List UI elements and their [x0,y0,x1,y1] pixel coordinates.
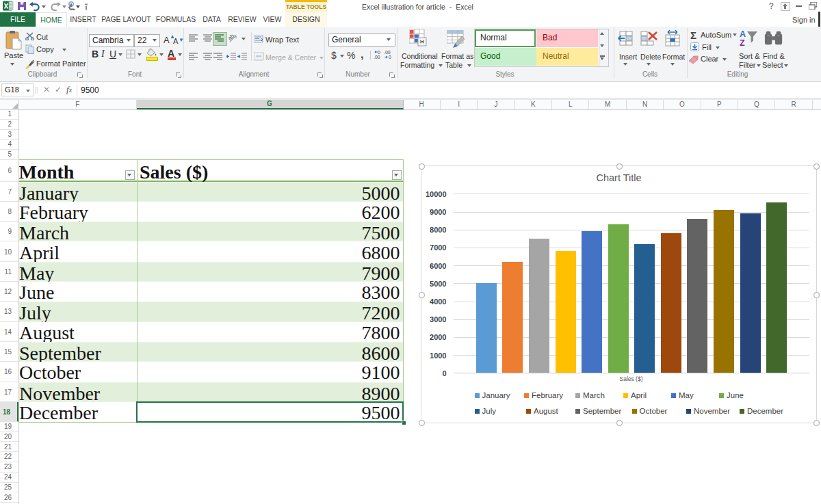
svg-text:.00: .00 [374,55,380,59]
svg-text:0: 0 [389,55,391,59]
svg-text:0: 0 [378,50,380,55]
svg-text:ab: ab [229,33,235,41]
svg-text:.00: .00 [384,50,391,55]
svg-text:Z: Z [740,38,745,48]
